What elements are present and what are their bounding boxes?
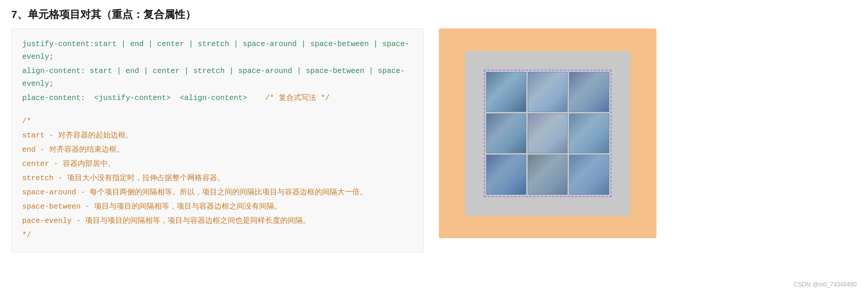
- code-comment-space-between: space-between - 项目与项目的间隔相等，项目与容器边框之间没有间隔…: [22, 200, 413, 213]
- grid-cell-3: [569, 72, 609, 112]
- comment-space-around: space-around - 每个项目两侧的间隔相等。所以，项目之间的间隔比项目…: [22, 188, 367, 197]
- code-property-justify: justify-content:start | end | center | s…: [22, 40, 409, 61]
- comment-start: start - 对齐容器的起始边框。: [22, 131, 133, 140]
- blank-line: [22, 106, 413, 115]
- comment-close: */: [22, 231, 31, 239]
- page-title: 7、单元格项目对其（重点：复合属性）: [11, 7, 857, 22]
- code-comment-stretch: stretch - 项目大小没有指定时，拉伸占据整个网格容器。: [22, 172, 413, 185]
- grid-cell-2: [528, 72, 568, 112]
- grid-cell-8: [528, 155, 568, 195]
- grid-cell-9: [569, 155, 609, 195]
- code-inline-comment: /* 复合式写法 */: [261, 94, 330, 102]
- code-comment-close: */: [22, 229, 413, 242]
- code-property-place: place-content: <justify-content> <align-…: [22, 94, 261, 102]
- code-comment-start: start - 对齐容器的起始边框。: [22, 129, 413, 142]
- grid-cell-7: [486, 155, 526, 195]
- grid-outer: [465, 51, 630, 216]
- content-area: justify-content:start | end | center | s…: [11, 28, 857, 252]
- code-comment-open: /*: [22, 115, 413, 128]
- grid-cell-5: [528, 113, 568, 154]
- code-block: justify-content:start | end | center | s…: [11, 28, 424, 252]
- code-property-align: align-content: start | end | center | st…: [22, 67, 405, 88]
- comment-pace-evenly: pace-evenly - 项目与项目的间隔相等，项目与容器边框之间也是同样长度…: [22, 216, 310, 225]
- code-comment-end: end - 对齐容器的结束边框。: [22, 143, 413, 156]
- visual-panel: [439, 28, 656, 238]
- code-line-1: justify-content:start | end | center | s…: [22, 38, 413, 63]
- grid-cell-1: [486, 72, 526, 112]
- comment-space-between: space-between - 项目与项目的间隔相等，项目与容器边框之间没有间隔…: [22, 202, 282, 211]
- code-line-3: place-content: <justify-content> <align-…: [22, 92, 413, 104]
- comment-center: center - 容器内部居中。: [22, 160, 115, 168]
- code-line-2: align-content: start | end | center | st…: [22, 65, 413, 90]
- grid-cell-4: [486, 113, 526, 154]
- code-comment-space-around: space-around - 每个项目两侧的间隔相等。所以，项目之间的间隔比项目…: [22, 186, 413, 199]
- code-comment-pace-evenly: pace-evenly - 项目与项目的间隔相等，项目与容器边框之间也是同样长度…: [22, 215, 413, 227]
- watermark: CSDN @m0_74348480: [794, 281, 857, 288]
- grid-inner: [484, 70, 611, 197]
- code-comment-center: center - 容器内部居中。: [22, 158, 413, 170]
- grid-cell-6: [569, 113, 609, 154]
- comment-open: /*: [22, 117, 31, 125]
- comment-stretch: stretch - 项目大小没有指定时，拉伸占据整个网格容器。: [22, 174, 225, 182]
- comment-end: end - 对齐容器的结束边框。: [22, 145, 124, 154]
